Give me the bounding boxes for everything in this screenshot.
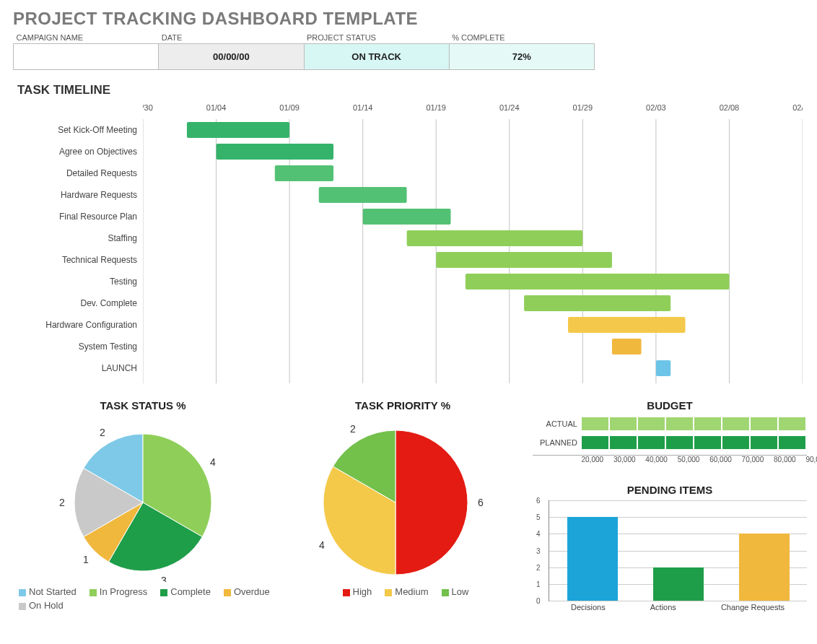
svg-text:01/19: 01/19 [426, 103, 446, 112]
gantt-task-label: Testing [13, 271, 143, 292]
budget-tick: 90,000 [805, 456, 806, 464]
label-campaign-name: CAMPAIGN NAME [14, 32, 159, 44]
svg-rect-25 [407, 230, 583, 246]
budget-tick: 30,000 [613, 456, 614, 464]
label-status: PROJECT STATUS [304, 32, 449, 44]
pending-y-tick: 6 [536, 497, 541, 505]
svg-text:4: 4 [319, 539, 325, 551]
gantt-task-label: Dev. Complete [13, 292, 143, 314]
legend-item: Overdue [224, 586, 270, 597]
label-date: DATE [159, 32, 304, 44]
svg-text:01/09: 01/09 [279, 103, 300, 112]
pending-bar [739, 534, 790, 601]
panel-pending: PENDING ITEMS 0123456 DecisionsActionsCh… [533, 484, 807, 612]
section-title-timeline: TASK TIMELINE [17, 83, 804, 97]
pending-y-tick: 0 [536, 597, 541, 605]
budget-tick: 20,000 [582, 456, 582, 464]
gantt-task-label: Hardware Requests [13, 184, 143, 206]
legend-item: Complete [160, 586, 211, 597]
svg-rect-31 [656, 360, 670, 376]
budget-row: ACTUAL [533, 416, 807, 432]
legend-priority: HighMediumLow [287, 582, 518, 597]
svg-text:01/29: 01/29 [573, 103, 593, 112]
budget-tick: 80,000 [774, 456, 774, 464]
gantt-task-label: LAUNCH [13, 357, 143, 379]
pending-bar [567, 517, 618, 601]
svg-text:1: 1 [83, 554, 89, 565]
svg-text:2: 2 [350, 423, 356, 435]
budget-row: PLANNED [533, 435, 807, 451]
gantt-task-label: Final Resource Plan [13, 206, 143, 227]
value-status: ON TRACK [304, 44, 449, 70]
svg-rect-20 [187, 122, 289, 138]
pending-x-label: Change Requests [721, 603, 785, 612]
value-complete: 72% [449, 44, 594, 70]
chart-title-status: TASK STATUS % [13, 399, 273, 412]
page-title: PROJECT TRACKING DASHBOARD TEMPLATE [13, 9, 804, 29]
svg-text:6: 6 [478, 497, 484, 508]
svg-rect-21 [217, 144, 333, 160]
pending-y-tick: 4 [536, 530, 541, 538]
value-campaign-name[interactable] [14, 44, 159, 70]
svg-rect-24 [363, 209, 451, 225]
legend-item: In Progress [89, 586, 147, 597]
pending-y-tick: 5 [536, 513, 541, 521]
pending-x-label: Decisions [571, 603, 606, 612]
pending-y-tick: 1 [536, 580, 541, 588]
legend-item: Low [442, 586, 469, 597]
svg-text:4: 4 [210, 456, 216, 468]
svg-rect-26 [436, 252, 612, 268]
panel-task-priority: TASK PRIORITY % 642 HighMediumLow [287, 399, 518, 597]
svg-rect-29 [568, 317, 685, 333]
value-date: 00/00/00 [159, 44, 304, 70]
chart-title-pending: PENDING ITEMS [533, 484, 807, 496]
svg-text:02/03: 02/03 [646, 103, 666, 112]
legend-item: On Hold [19, 600, 64, 611]
svg-rect-23 [319, 187, 407, 203]
svg-text:02/08: 02/08 [720, 103, 740, 112]
svg-rect-22 [275, 165, 333, 181]
svg-text:3: 3 [161, 575, 167, 582]
svg-rect-27 [466, 274, 730, 290]
svg-text:12/30: 12/30 [143, 103, 153, 112]
svg-text:2: 2 [59, 497, 65, 508]
svg-text:02/13: 02/13 [792, 103, 803, 112]
svg-rect-30 [612, 339, 642, 354]
legend-item: High [343, 586, 372, 597]
gantt-task-label: Hardware Configuration [13, 314, 143, 336]
label-complete: % COMPLETE [449, 32, 594, 44]
panel-budget: BUDGET ACTUALPLANNED 20,00030,00040,0005… [533, 399, 807, 464]
gantt-task-label: System Testing [13, 336, 143, 357]
chart-title-priority: TASK PRIORITY % [287, 399, 518, 412]
budget-tick: 50,000 [678, 456, 678, 464]
pending-bar [653, 567, 704, 601]
budget-tick: 40,000 [645, 456, 646, 464]
svg-text:01/04: 01/04 [206, 103, 227, 112]
chart-title-budget: BUDGET [533, 399, 807, 412]
gantt-task-label: Technical Requests [13, 249, 143, 271]
svg-text:2: 2 [100, 427, 105, 438]
legend-item: Not Started [19, 586, 77, 597]
pending-x-label: Actions [650, 603, 676, 612]
pending-y-tick: 2 [536, 563, 541, 571]
gantt-chart: Set Kick-Off MeetingAgree on ObjectivesD… [13, 100, 803, 389]
gantt-task-label: Agree on Objectives [13, 141, 143, 162]
project-header-table: CAMPAIGN NAME DATE PROJECT STATUS % COMP… [13, 32, 595, 70]
budget-tick: 70,000 [742, 456, 743, 464]
legend-status: Not StartedIn ProgressCompleteOverdueOn … [13, 582, 273, 611]
pending-y-tick: 3 [536, 547, 541, 554]
panel-task-status: TASK STATUS % 24312 Not StartedIn Progre… [13, 399, 273, 611]
svg-text:01/14: 01/14 [353, 103, 373, 112]
gantt-task-label: Detailed Requests [13, 162, 143, 184]
svg-rect-28 [524, 295, 670, 311]
gantt-task-label: Set Kick-Off Meeting [13, 119, 143, 141]
legend-item: Medium [385, 586, 428, 597]
gantt-task-label: Staffing [13, 227, 143, 249]
budget-tick: 60,000 [709, 456, 710, 464]
svg-text:01/24: 01/24 [499, 103, 520, 112]
